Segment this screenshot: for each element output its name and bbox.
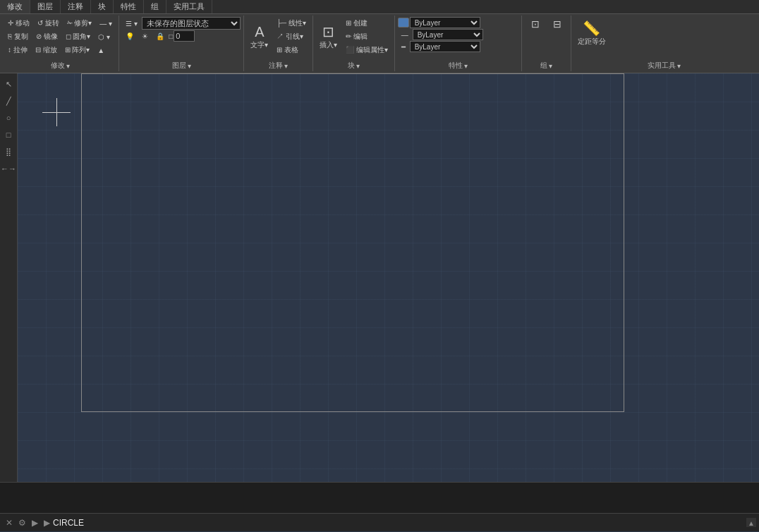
create-block-button[interactable]: ⊞ 创建 [342, 17, 371, 30]
fillet-button[interactable]: ◻ 圆角▾ [62, 30, 95, 43]
utilities-arrow-icon: ▾ [677, 62, 681, 70]
properties-footer[interactable]: 特性 ▾ [398, 60, 518, 71]
modify-row-1: ✛ 移动 ↺ 旋转 ✁ 修剪▾ — ▾ [4, 17, 116, 30]
tab-modify[interactable]: 修改 [0, 0, 30, 13]
layer-properties-button[interactable]: ☰ ▾ [122, 18, 141, 29]
layers-footer[interactable]: 图层 ▾ [122, 60, 241, 71]
modify-footer[interactable]: 修改 ▾ [4, 60, 116, 71]
lineweight-dropdown[interactable]: ByLayer [410, 41, 480, 52]
tab-utilities[interactable]: 实用工具 [166, 0, 212, 13]
text-button[interactable]: A 文字▾ [247, 21, 272, 53]
cmd-close-button[interactable]: ✕ [3, 517, 16, 528]
hatch-tool[interactable]: ⣿ [1, 144, 16, 159]
trim-button[interactable]: ✁ 修剪▾ [63, 17, 96, 30]
properties-rows: ByLayer — ByLayer ━ ByLayer [398, 17, 483, 52]
group-button[interactable]: ⊡ [525, 17, 546, 32]
group-content: ⊡ ⊟ [525, 17, 568, 60]
drawing-canvas[interactable] [18, 73, 759, 482]
group-group: ⊡ ⊟ 组 ▾ [522, 16, 571, 71]
scale-button[interactable]: ⊟ 缩放 [32, 44, 61, 56]
insert-button[interactable]: ⊡ 插入▾ [316, 20, 341, 53]
paper-area [81, 73, 624, 412]
tab-block[interactable]: 块 [91, 0, 114, 13]
command-history [0, 483, 759, 513]
chamfer-button[interactable]: ⬡ ▾ [95, 32, 114, 42]
utilities-footer[interactable]: 实用工具 ▾ [574, 60, 755, 71]
layers-group: ☰ ▾ 未保存的图层状态 💡 ☀ 🔒 □ 图层 ▾ [119, 16, 244, 71]
block-sub-1: ⊞ 创建 [342, 17, 391, 30]
block-group: ⊡ 插入▾ ⊞ 创建 ✏ 编辑 ⬛ 编辑属性▾ [313, 16, 395, 71]
ungroup-button[interactable]: ⊟ [547, 17, 568, 32]
annotation-sub-rows: ├─ 线性▾ ↗ 引线▾ ⊞ 表格 [273, 17, 310, 56]
annotation-content: A 文字▾ ├─ 线性▾ ↗ 引线▾ ⊞ 表格 [247, 17, 310, 60]
utilities-label: 实用工具 [648, 61, 676, 71]
mirror-button[interactable]: ⊘ 镜像 [32, 30, 61, 43]
annotation-footer[interactable]: 注释 ▾ [247, 60, 310, 71]
linetype-icon[interactable]: — [398, 30, 412, 40]
tab-annotation[interactable]: 注释 [61, 0, 91, 13]
dimension-tool[interactable]: ←→ [1, 161, 16, 176]
utilities-group: 📏 定距等分 实用工具 ▾ [571, 16, 758, 71]
text-icon: A [255, 24, 264, 40]
move-button[interactable]: ✛ 移动 [4, 17, 33, 30]
line-tool[interactable]: ╱ [1, 93, 16, 109]
group-footer[interactable]: 组 ▾ [525, 60, 568, 71]
annotation-arrow-icon: ▾ [284, 62, 288, 70]
layer-zero-input[interactable] [174, 30, 195, 42]
ungroup-icon: ⊟ [553, 18, 561, 30]
main-layout: ↖ ╱ ○ □ ⣿ ←→ ✕ ⚙ ▶ ▶ ▲ [0, 73, 759, 531]
block-sub-2: ✏ 编辑 [342, 30, 391, 43]
rectangle-tool[interactable]: □ [1, 127, 16, 143]
leader-button[interactable]: ↗ 引线▾ [273, 30, 307, 43]
tab-layers[interactable]: 图层 [30, 0, 61, 13]
block-footer[interactable]: 块 ▾ [316, 60, 391, 71]
modify-arrow-icon: ▾ [66, 62, 70, 70]
annotation-group: A 文字▾ ├─ 线性▾ ↗ 引线▾ ⊞ 表格 [244, 16, 313, 71]
erase-button[interactable]: ▲ [94, 45, 108, 56]
stretch-line-button[interactable]: — ▾ [96, 18, 116, 29]
sun-button[interactable]: ☀ [138, 31, 152, 42]
command-bar: ✕ ⚙ ▶ ▶ ▲ [0, 482, 759, 531]
ribbon-tabs: 修改 图层 注释 块 特性 组 实用工具 [0, 0, 759, 14]
layer-zero-label: □ [169, 32, 173, 40]
circle-tool[interactable]: ○ [1, 110, 16, 126]
cmd-run-button[interactable]: ▶ [29, 517, 41, 528]
cmd-scroll-button[interactable]: ▲ [746, 518, 756, 527]
color-dropdown[interactable]: ByLayer [410, 17, 480, 28]
modify-row-2: ⎘ 复制 ⊘ 镜像 ◻ 圆角▾ ⬡ ▾ [4, 30, 116, 43]
light-bulb-button[interactable]: 💡 [122, 31, 138, 42]
rotate-button[interactable]: ↺ 旋转 [34, 17, 63, 30]
prop-row-1: ByLayer [398, 17, 483, 28]
utilities-content: 📏 定距等分 [574, 17, 755, 60]
group-icon: ⊡ [531, 18, 540, 30]
block-arrow-icon: ▾ [356, 62, 360, 70]
measure-label: 定距等分 [578, 37, 606, 47]
cmd-prompt-icon: ▶ [41, 518, 53, 528]
lineweight-icon[interactable]: ━ [398, 42, 409, 52]
cmd-settings-button[interactable]: ⚙ [16, 517, 29, 528]
edit-attr-button[interactable]: ⬛ 编辑属性▾ [342, 44, 391, 56]
block-sub-3: ⬛ 编辑属性▾ [342, 44, 391, 56]
modify-rows: ✛ 移动 ↺ 旋转 ✁ 修剪▾ — ▾ ⎘ 复制 ⊘ 镜像 ◻ 圆角▾ ⬡ ▾ … [4, 17, 116, 56]
linetype-dropdown[interactable]: ByLayer [413, 29, 483, 40]
copy-button[interactable]: ⎘ 复制 [4, 30, 32, 43]
layer-state-dropdown[interactable]: 未保存的图层状态 [142, 17, 241, 30]
array-button[interactable]: ⊞ 阵列▾ [61, 44, 94, 56]
modify-label: 修改 [51, 61, 65, 71]
select-button[interactable]: ↖ [1, 76, 16, 92]
tab-group[interactable]: 组 [144, 0, 166, 13]
modify-buttons: ✛ 移动 ↺ 旋转 ✁ 修剪▾ — ▾ ⎘ 复制 ⊘ 镜像 ◻ 圆角▾ ⬡ ▾ … [4, 17, 116, 60]
measure-button[interactable]: 📏 定距等分 [574, 17, 609, 49]
edit-block-button[interactable]: ✏ 编辑 [342, 30, 371, 43]
lock-button[interactable]: 🔒 [152, 31, 168, 42]
table-button[interactable]: ⊞ 表格 [273, 44, 302, 56]
stretch-button[interactable]: ↕ 拉伸 [4, 44, 31, 56]
command-input-field[interactable] [53, 518, 746, 528]
linear-dim-button[interactable]: ├─ 线性▾ [273, 17, 310, 30]
layers-content: ☰ ▾ 未保存的图层状态 💡 ☀ 🔒 □ [122, 17, 241, 60]
prop-row-2: — ByLayer [398, 29, 483, 40]
properties-label: 特性 [449, 61, 463, 71]
tab-properties[interactable]: 特性 [114, 0, 144, 13]
color-swatch[interactable] [398, 18, 409, 28]
block-row-1: ⊡ 插入▾ ⊞ 创建 ✏ 编辑 ⬛ 编辑属性▾ [316, 17, 391, 56]
